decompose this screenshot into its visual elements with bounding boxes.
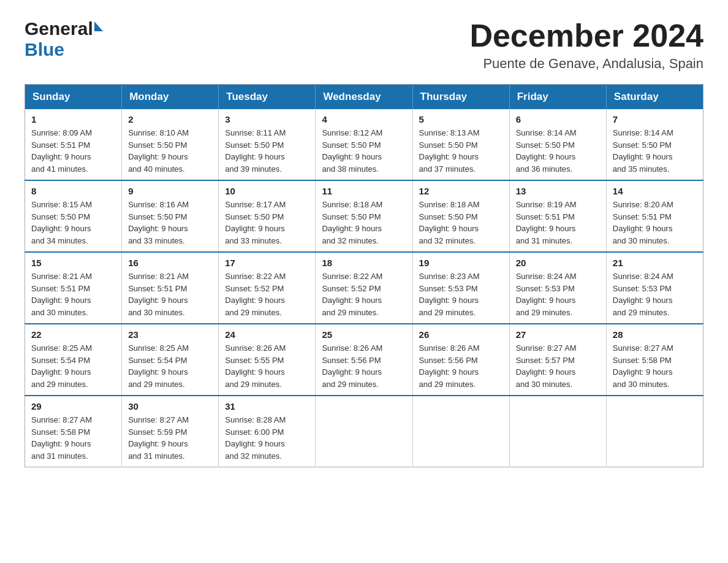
day-number: 3: [225, 114, 309, 124]
calendar-cell: 9Sunrise: 8:16 AM Sunset: 5:50 PM Daylig…: [122, 180, 219, 252]
calendar-table: SundayMondayTuesdayWednesdayThursdayFrid…: [25, 84, 703, 467]
day-info: Sunrise: 8:14 AM Sunset: 5:50 PM Dayligh…: [613, 127, 697, 175]
day-info: Sunrise: 8:26 AM Sunset: 5:56 PM Dayligh…: [419, 342, 503, 390]
calendar-week-row: 22Sunrise: 8:25 AM Sunset: 5:54 PM Dayli…: [25, 324, 703, 396]
month-year-title: December 2024: [469, 18, 703, 53]
calendar-cell: 23Sunrise: 8:25 AM Sunset: 5:54 PM Dayli…: [122, 324, 219, 396]
calendar-cell: 5Sunrise: 8:13 AM Sunset: 5:50 PM Daylig…: [412, 109, 509, 180]
day-number: 16: [128, 258, 212, 268]
calendar-cell: 8Sunrise: 8:15 AM Sunset: 5:50 PM Daylig…: [25, 180, 122, 252]
day-number: 21: [613, 258, 697, 268]
day-info: Sunrise: 8:27 AM Sunset: 5:58 PM Dayligh…: [31, 414, 115, 462]
day-info: Sunrise: 8:21 AM Sunset: 5:51 PM Dayligh…: [31, 270, 115, 318]
day-info: Sunrise: 8:27 AM Sunset: 5:59 PM Dayligh…: [128, 414, 212, 462]
logo-blue: Blue: [25, 39, 64, 59]
weekday-header-saturday: Saturday: [606, 85, 703, 110]
day-number: 6: [516, 114, 600, 124]
calendar-week-row: 15Sunrise: 8:21 AM Sunset: 5:51 PM Dayli…: [25, 252, 703, 324]
calendar-week-row: 29Sunrise: 8:27 AM Sunset: 5:58 PM Dayli…: [25, 396, 703, 467]
calendar-cell: [509, 396, 606, 467]
calendar-cell: 19Sunrise: 8:23 AM Sunset: 5:53 PM Dayli…: [412, 252, 509, 324]
calendar-cell: 7Sunrise: 8:14 AM Sunset: 5:50 PM Daylig…: [606, 109, 703, 180]
day-info: Sunrise: 8:19 AM Sunset: 5:51 PM Dayligh…: [516, 199, 600, 247]
calendar-cell: 12Sunrise: 8:18 AM Sunset: 5:50 PM Dayli…: [412, 180, 509, 252]
calendar-cell: 17Sunrise: 8:22 AM Sunset: 5:52 PM Dayli…: [219, 252, 316, 324]
calendar-cell: 30Sunrise: 8:27 AM Sunset: 5:59 PM Dayli…: [122, 396, 219, 467]
day-number: 24: [225, 329, 309, 340]
day-info: Sunrise: 8:28 AM Sunset: 6:00 PM Dayligh…: [225, 414, 309, 462]
calendar-cell: [412, 396, 509, 467]
day-number: 4: [322, 114, 406, 124]
day-number: 27: [516, 329, 600, 340]
day-number: 14: [613, 186, 697, 196]
day-info: Sunrise: 8:25 AM Sunset: 5:54 PM Dayligh…: [128, 342, 212, 390]
day-number: 19: [419, 258, 503, 268]
calendar-cell: [606, 396, 703, 467]
weekday-header-monday: Monday: [122, 85, 219, 110]
calendar-cell: 20Sunrise: 8:24 AM Sunset: 5:53 PM Dayli…: [509, 252, 606, 324]
day-info: Sunrise: 8:22 AM Sunset: 5:52 PM Dayligh…: [322, 270, 406, 318]
day-number: 12: [419, 186, 503, 196]
day-info: Sunrise: 8:25 AM Sunset: 5:54 PM Dayligh…: [31, 342, 115, 390]
day-number: 7: [613, 114, 697, 124]
calendar-cell: 28Sunrise: 8:27 AM Sunset: 5:58 PM Dayli…: [606, 324, 703, 396]
day-info: Sunrise: 8:26 AM Sunset: 5:55 PM Dayligh…: [225, 342, 309, 390]
calendar-cell: 27Sunrise: 8:27 AM Sunset: 5:57 PM Dayli…: [509, 324, 606, 396]
calendar-cell: 1Sunrise: 8:09 AM Sunset: 5:51 PM Daylig…: [25, 109, 122, 180]
calendar-cell: 15Sunrise: 8:21 AM Sunset: 5:51 PM Dayli…: [25, 252, 122, 324]
calendar-cell: 18Sunrise: 8:22 AM Sunset: 5:52 PM Dayli…: [316, 252, 412, 324]
day-info: Sunrise: 8:10 AM Sunset: 5:50 PM Dayligh…: [128, 127, 212, 175]
calendar-cell: 10Sunrise: 8:17 AM Sunset: 5:50 PM Dayli…: [219, 180, 316, 252]
logo: General Blue: [25, 18, 103, 60]
calendar-week-row: 8Sunrise: 8:15 AM Sunset: 5:50 PM Daylig…: [25, 180, 703, 252]
calendar-cell: 11Sunrise: 8:18 AM Sunset: 5:50 PM Dayli…: [316, 180, 412, 252]
calendar-cell: 25Sunrise: 8:26 AM Sunset: 5:56 PM Dayli…: [316, 324, 412, 396]
day-number: 8: [31, 186, 115, 196]
calendar-week-row: 1Sunrise: 8:09 AM Sunset: 5:51 PM Daylig…: [25, 109, 703, 180]
day-number: 2: [128, 114, 212, 124]
day-number: 17: [225, 258, 309, 268]
title-section: December 2024 Puente de Genave, Andalusi…: [469, 18, 703, 72]
page-header: General Blue December 2024 Puente de Gen…: [25, 18, 703, 72]
calendar-cell: 6Sunrise: 8:14 AM Sunset: 5:50 PM Daylig…: [509, 109, 606, 180]
calendar-cell: 3Sunrise: 8:11 AM Sunset: 5:50 PM Daylig…: [219, 109, 316, 180]
day-info: Sunrise: 8:24 AM Sunset: 5:53 PM Dayligh…: [613, 270, 697, 318]
calendar-cell: 24Sunrise: 8:26 AM Sunset: 5:55 PM Dayli…: [219, 324, 316, 396]
location-subtitle: Puente de Genave, Andalusia, Spain: [469, 56, 703, 72]
day-number: 11: [322, 186, 406, 196]
day-info: Sunrise: 8:23 AM Sunset: 5:53 PM Dayligh…: [419, 270, 503, 318]
day-number: 26: [419, 329, 503, 340]
day-info: Sunrise: 8:26 AM Sunset: 5:56 PM Dayligh…: [322, 342, 406, 390]
day-number: 31: [225, 401, 309, 412]
day-info: Sunrise: 8:21 AM Sunset: 5:51 PM Dayligh…: [128, 270, 212, 318]
calendar-cell: 31Sunrise: 8:28 AM Sunset: 6:00 PM Dayli…: [219, 396, 316, 467]
weekday-header-sunday: Sunday: [25, 85, 122, 110]
calendar-cell: 21Sunrise: 8:24 AM Sunset: 5:53 PM Dayli…: [606, 252, 703, 324]
day-info: Sunrise: 8:18 AM Sunset: 5:50 PM Dayligh…: [419, 199, 503, 247]
calendar-cell: 14Sunrise: 8:20 AM Sunset: 5:51 PM Dayli…: [606, 180, 703, 252]
day-number: 9: [128, 186, 212, 196]
day-info: Sunrise: 8:18 AM Sunset: 5:50 PM Dayligh…: [322, 199, 406, 247]
weekday-header-friday: Friday: [509, 85, 606, 110]
day-number: 23: [128, 329, 212, 340]
logo-arrow-icon: [94, 21, 103, 31]
day-number: 1: [31, 114, 115, 124]
day-info: Sunrise: 8:27 AM Sunset: 5:58 PM Dayligh…: [613, 342, 697, 390]
day-info: Sunrise: 8:14 AM Sunset: 5:50 PM Dayligh…: [516, 127, 600, 175]
day-info: Sunrise: 8:17 AM Sunset: 5:50 PM Dayligh…: [225, 199, 309, 247]
day-number: 13: [516, 186, 600, 196]
day-number: 10: [225, 186, 309, 196]
day-info: Sunrise: 8:22 AM Sunset: 5:52 PM Dayligh…: [225, 270, 309, 318]
weekday-header-wednesday: Wednesday: [316, 85, 412, 110]
day-info: Sunrise: 8:09 AM Sunset: 5:51 PM Dayligh…: [31, 127, 115, 175]
day-number: 20: [516, 258, 600, 268]
day-number: 18: [322, 258, 406, 268]
calendar-cell: 22Sunrise: 8:25 AM Sunset: 5:54 PM Dayli…: [25, 324, 122, 396]
day-info: Sunrise: 8:12 AM Sunset: 5:50 PM Dayligh…: [322, 127, 406, 175]
day-info: Sunrise: 8:15 AM Sunset: 5:50 PM Dayligh…: [31, 199, 115, 247]
logo-general: General: [25, 18, 93, 39]
day-info: Sunrise: 8:16 AM Sunset: 5:50 PM Dayligh…: [128, 199, 212, 247]
calendar-cell: 29Sunrise: 8:27 AM Sunset: 5:58 PM Dayli…: [25, 396, 122, 467]
day-number: 22: [31, 329, 115, 340]
day-info: Sunrise: 8:13 AM Sunset: 5:50 PM Dayligh…: [419, 127, 503, 175]
